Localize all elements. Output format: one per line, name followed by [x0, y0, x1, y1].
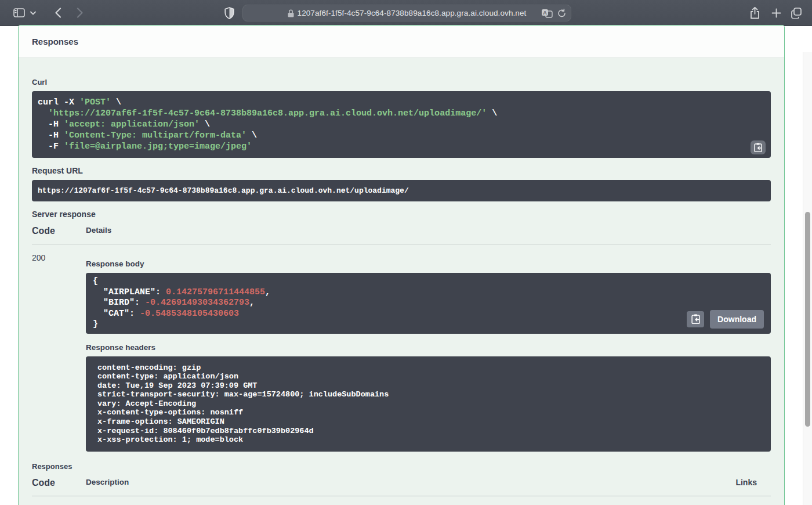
server-response-label: Server response [32, 210, 771, 219]
page-scrollbar-thumb[interactable] [805, 212, 810, 427]
request-url-text: https://1207af6f-1f5f-4c57-9c64-8738b89a… [38, 187, 765, 194]
operation-block: Responses Curl curl -X 'POST' \ 'https:/… [18, 25, 785, 505]
details-column-header: Details [86, 226, 771, 236]
back-button[interactable] [51, 4, 65, 21]
request-url-label: Request URL [32, 166, 771, 175]
responses-section-body: Curl curl -X 'POST' \ 'https://1207af6f-… [19, 58, 784, 505]
response-body-json: { "AIRPLANE": 0.14275796711444855, "BIRD… [93, 276, 764, 330]
code-column-header: Code [32, 478, 86, 488]
sidebar-dropdown-button[interactable] [28, 4, 38, 21]
translate-icon[interactable]: A [541, 9, 553, 18]
responses-table-header: Code Description Links [32, 478, 771, 496]
download-button[interactable]: Download [710, 310, 764, 329]
links-column-header: Links [735, 478, 771, 488]
server-response-row: 200 Response body { "AIRPLANE": 0.142757… [32, 244, 771, 452]
chevron-right-icon [77, 8, 84, 18]
browser-toolbar: 1207af6f-1f5f-4c57-9c64-8738b89a16c8.app… [0, 0, 812, 26]
reload-icon[interactable] [557, 9, 566, 18]
responses-table: Code Description Links 200 Successful Re… [32, 478, 771, 505]
plus-icon [771, 8, 781, 18]
forward-button[interactable] [73, 4, 87, 21]
url-text: 1207af6f-1f5f-4c57-9c64-8738b89a16c8.app… [298, 9, 527, 17]
response-status-code: 200 [32, 253, 86, 452]
request-url-block: https://1207af6f-1f5f-4c57-9c64-8738b89a… [32, 180, 771, 201]
sidebar-toggle-button[interactable] [12, 4, 27, 21]
shield-icon [224, 7, 234, 19]
response-headers-block: content-encoding: gzipcontent-type: appl… [86, 356, 771, 452]
response-body-block: { "AIRPLANE": 0.14275796711444855, "BIRD… [86, 273, 771, 334]
response-body-copy-button[interactable] [687, 311, 704, 327]
responses-table-label: Responses [32, 462, 771, 471]
lock-icon [288, 9, 294, 17]
tab-overview-button[interactable] [789, 4, 804, 21]
page-scrollbar-track[interactable] [803, 52, 812, 505]
responses-table-row: 200 Successful Response No links [32, 496, 771, 505]
swagger-page: Responses Curl curl -X 'POST' \ 'https:/… [0, 26, 812, 505]
chevron-left-icon [55, 8, 61, 18]
svg-text:A: A [543, 9, 547, 15]
url-bar[interactable]: 1207af6f-1f5f-4c57-9c64-8738b89a16c8.app… [242, 5, 571, 21]
clipboard-copy-icon [691, 314, 700, 324]
clipboard-copy-icon [754, 143, 762, 152]
response-body-label: Response body [86, 259, 771, 268]
response-headers-label: Response headers [86, 343, 771, 352]
tabs-icon [791, 7, 802, 19]
curl-code-text: curl -X 'POST' \ 'https://1207af6f-1f5f-… [38, 97, 765, 152]
new-tab-button[interactable] [769, 4, 783, 21]
chevron-down-icon [30, 11, 36, 15]
server-response-table: Code Details 200 Response body { "AIRPLA… [32, 226, 771, 452]
response-headers-text: content-encoding: gzipcontent-type: appl… [97, 363, 759, 445]
response-body-actions: Download [687, 310, 764, 329]
code-column-header: Code [32, 226, 86, 236]
privacy-report-button[interactable] [223, 4, 235, 21]
share-button[interactable] [748, 4, 762, 21]
description-column-header: Description [86, 478, 735, 488]
sidebar-icon [13, 8, 25, 17]
server-response-table-header: Code Details [32, 226, 771, 244]
curl-copy-button[interactable] [751, 140, 766, 154]
response-details-cell: Response body { "AIRPLANE": 0.1427579671… [86, 253, 771, 452]
share-icon [750, 7, 760, 19]
curl-label: Curl [32, 58, 771, 86]
curl-code-block: curl -X 'POST' \ 'https://1207af6f-1f5f-… [32, 91, 771, 158]
responses-section-title: Responses [32, 37, 78, 46]
responses-section-header: Responses [19, 26, 784, 58]
